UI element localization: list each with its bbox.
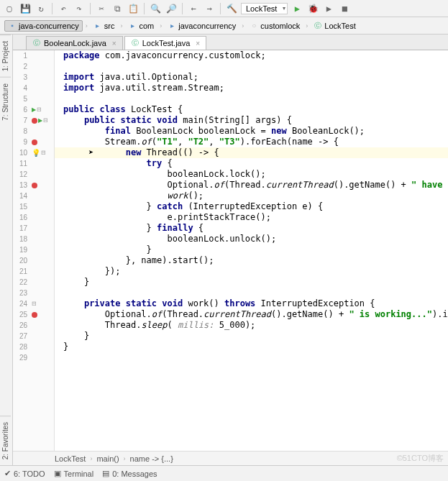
paste-icon[interactable]: 📋 <box>127 2 140 15</box>
gutter-line[interactable]: 7▶⊟ <box>13 115 54 126</box>
code-line[interactable]: public class LockTest { <box>55 104 448 115</box>
crumb-class[interactable]: LockTest <box>55 454 86 463</box>
gutter-line[interactable]: 25 <box>13 309 54 320</box>
code-line[interactable]: } <box>55 244 448 255</box>
close-icon[interactable]: × <box>196 40 200 47</box>
code-line[interactable]: new Thread(() -> { <box>55 147 448 158</box>
code-line[interactable]: final BooleanLock booleanLock = new Bool… <box>55 126 448 137</box>
gutter-line[interactable]: 20 <box>13 255 54 266</box>
fold-icon[interactable]: ⊟ <box>37 106 42 113</box>
side-tab-project[interactable]: 1: Project <box>0 35 11 77</box>
editor-tab-locktest-java[interactable]: ⒸLockTest.java× <box>124 36 207 50</box>
code-line[interactable]: booleanLock.lock(); <box>55 169 448 180</box>
run-gutter-icon[interactable]: ▶ <box>38 117 42 124</box>
bulb-icon[interactable]: 💡 <box>32 149 40 157</box>
breakpoint-icon[interactable] <box>32 139 37 145</box>
refresh-icon[interactable]: ↻ <box>35 2 47 15</box>
gutter-line[interactable]: 13 <box>13 180 54 191</box>
side-tab-favorites[interactable]: 2: Favorites <box>0 416 11 465</box>
gutter-line[interactable]: 18 <box>13 234 54 244</box>
coverage-icon[interactable]: ▶ <box>322 2 335 15</box>
gutter-line[interactable]: 4 <box>13 83 54 93</box>
editor-tab-booleanlock-java[interactable]: ⒸBooleanLock.java× <box>26 36 123 50</box>
code-area[interactable]: package com.javaconcurrency.customlock;i… <box>55 50 448 451</box>
back-icon[interactable]: ← <box>187 2 200 15</box>
run-icon[interactable]: ▶ <box>291 2 303 15</box>
gutter-line[interactable]: 11 <box>13 158 54 169</box>
gutter-line[interactable]: 6▶⊟ <box>13 104 54 115</box>
forward-icon[interactable]: → <box>203 2 216 15</box>
gutter-line[interactable]: 27 <box>13 331 54 342</box>
code-line[interactable]: }, name).start(); <box>55 255 448 266</box>
gutter-line[interactable]: 26 <box>13 320 54 331</box>
gutter-line[interactable]: 14 <box>13 191 54 201</box>
code-line[interactable]: Optional.of(Thread.currentThread().getNa… <box>55 180 448 191</box>
run-gutter-icon[interactable]: ▶ <box>32 106 36 113</box>
gutter-line[interactable]: 10💡⊟ <box>13 147 54 158</box>
code-line[interactable]: Stream.of("T1", "T2", "T3").forEach(name… <box>55 137 448 147</box>
gutter-line[interactable]: 5 <box>13 93 54 104</box>
find-icon[interactable]: 🔍 <box>149 2 162 15</box>
code-line[interactable]: import java.util.stream.Stream; <box>55 83 448 93</box>
code-line[interactable] <box>55 352 448 363</box>
code-line[interactable]: } <box>55 277 448 288</box>
gutter-line[interactable]: 1 <box>13 50 54 61</box>
fold-icon[interactable]: ⊟ <box>41 150 46 156</box>
code-line[interactable] <box>55 61 448 72</box>
redo-icon[interactable]: ↷ <box>73 2 86 15</box>
gutter-line[interactable]: 22 <box>13 277 54 288</box>
breakpoint-icon[interactable] <box>32 183 37 188</box>
code-line[interactable] <box>55 93 448 104</box>
messages-tool[interactable]: ▤0: Messages <box>102 469 157 478</box>
undo-icon[interactable]: ↶ <box>57 2 70 15</box>
replace-icon[interactable]: 🔎 <box>165 2 178 15</box>
gutter-line[interactable]: 21 <box>13 266 54 277</box>
code-line[interactable]: booleanLock.unlock(); <box>55 234 448 244</box>
breakpoint-icon[interactable] <box>32 118 37 124</box>
cut-icon[interactable]: ✂ <box>95 2 108 15</box>
copy-icon[interactable]: ⧉ <box>111 2 124 15</box>
gutter-line[interactable]: 12 <box>13 169 54 180</box>
code-line[interactable]: public static void main(String[] args) { <box>55 115 448 126</box>
close-icon[interactable]: × <box>112 40 116 47</box>
gutter-line[interactable]: 16 <box>13 212 54 223</box>
breadcrumb-customlock[interactable]: ○customlock <box>247 21 303 31</box>
gutter-line[interactable]: 15 <box>13 201 54 212</box>
gutter-line[interactable]: 3 <box>13 72 54 83</box>
gutter-line[interactable]: 19 <box>13 244 54 255</box>
gutter-line[interactable]: 2 <box>13 61 54 72</box>
code-line[interactable]: e.printStackTrace(); <box>55 212 448 223</box>
breadcrumb-src[interactable]: ▸src <box>91 21 118 31</box>
code-line[interactable]: private static void work() throws Interr… <box>55 298 448 309</box>
breadcrumb-com[interactable]: ▸com <box>125 21 157 31</box>
code-line[interactable]: Thread.sleep( millis: 5_000); <box>55 320 448 331</box>
code-line[interactable]: import java.util.Optional; <box>55 72 448 83</box>
gutter[interactable]: 123456▶⊟7▶⊟8910💡⊟11121314151617181920212… <box>13 50 55 451</box>
fold-icon[interactable]: ⊟ <box>32 301 37 307</box>
todo-tool[interactable]: ✔6: TODO <box>4 469 45 478</box>
code-line[interactable]: } <box>55 331 448 342</box>
open-icon[interactable]: ▢ <box>3 2 16 15</box>
crumb-lambda[interactable]: name -> {...} <box>130 454 173 463</box>
breadcrumb-javaconcurrency[interactable]: ▸javaconcurrency <box>165 21 239 31</box>
save-icon[interactable]: 💾 <box>19 2 32 15</box>
terminal-tool[interactable]: ▣Terminal <box>54 469 94 478</box>
code-line[interactable]: }); <box>55 266 448 277</box>
side-tab-structure[interactable]: 7: Structure <box>0 77 11 127</box>
build-icon[interactable]: 🔨 <box>225 2 238 15</box>
run-config-selector[interactable]: LockTest <box>241 3 288 14</box>
code-line[interactable]: } catch (InterruptedException e) { <box>55 201 448 212</box>
debug-icon[interactable]: 🐞 <box>306 2 319 15</box>
breadcrumb-java-concurrency[interactable]: ▪java-concurrency <box>4 20 83 32</box>
code-line[interactable]: package com.javaconcurrency.customlock; <box>55 50 448 61</box>
code-line[interactable]: } <box>55 342 448 352</box>
stop-icon[interactable]: ■ <box>338 2 351 15</box>
fold-icon[interactable]: ⊟ <box>43 117 48 124</box>
code-line[interactable] <box>55 288 448 298</box>
gutter-line[interactable]: 9 <box>13 137 54 147</box>
gutter-line[interactable]: 23 <box>13 288 54 298</box>
breakpoint-icon[interactable] <box>32 312 37 318</box>
code-line[interactable]: try { <box>55 158 448 169</box>
breadcrumb-locktest[interactable]: ⒸLockTest <box>311 21 358 31</box>
gutter-line[interactable]: 24⊟ <box>13 298 54 309</box>
